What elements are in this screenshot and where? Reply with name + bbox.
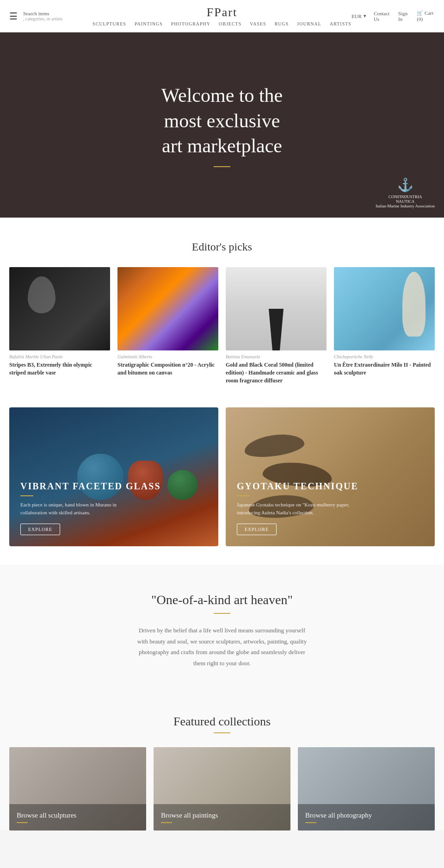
banner-glass-title: VIBRANT FACETED GLASS	[20, 481, 161, 492]
collections-title: Featured collections	[9, 715, 435, 729]
collection-photography-divider	[305, 822, 316, 823]
collection-photography-label: Browse all photography	[298, 804, 435, 831]
collection-sculptures-label: Browse all sculptures	[9, 804, 146, 831]
currency-selector[interactable]: EUR ▾	[352, 13, 366, 19]
quote-title: "One-of-a-kind art heaven"	[9, 593, 435, 607]
cart-button[interactable]: 🛒 Cart (0)	[417, 10, 435, 22]
header-center: FPart SCULPTURES PAINTINGS PHOTOGRAPHY O…	[92, 6, 352, 26]
nav-objects[interactable]: OBJECTS	[219, 21, 241, 26]
nav-paintings[interactable]: PAINTINGS	[135, 21, 163, 26]
currency-label: EUR	[352, 13, 362, 19]
banners-section: VIBRANT FACETED GLASS Each piece is uniq…	[0, 407, 444, 565]
product-artist-0: Bufalini Marble Ulian Paolo	[9, 354, 110, 359]
banner-glass[interactable]: VIBRANT FACETED GLASS Each piece is uniq…	[9, 407, 218, 546]
quote-section: "One-of-a-kind art heaven" Driven by the…	[0, 565, 444, 696]
hero-line1: Welcome to the	[161, 85, 283, 106]
header: ☰ Search items , categories, or artists …	[0, 0, 444, 32]
signin-link[interactable]: Sign In	[398, 11, 409, 22]
search-area[interactable]: Search items , categories, or artists	[23, 11, 62, 21]
contact-link[interactable]: Contact Us	[374, 11, 391, 22]
banner-fish-desc: Japanese Gyotaku technique on "Kozo mulb…	[237, 501, 357, 516]
product-card-0[interactable]: Bufalini Marble Ulian Paolo Stripes B3, …	[9, 267, 110, 384]
collection-paintings-divider	[161, 822, 172, 823]
editors-picks-section: Editor's picks Bufalini Marble Ulian Pao…	[0, 218, 444, 407]
product-card-3[interactable]: Chicheportiche Nelly Un Être Extraordina…	[334, 267, 435, 384]
products-grid: Bufalini Marble Ulian Paolo Stripes B3, …	[9, 267, 435, 384]
product-image-1	[117, 267, 218, 350]
hamburger-menu-icon[interactable]: ☰	[9, 11, 18, 22]
hero-text: Welcome to the most exclusive art market…	[161, 83, 283, 167]
site-logo[interactable]: FPart	[207, 6, 237, 19]
nav-journal[interactable]: JOURNAL	[297, 21, 321, 26]
product-title-0: Stripes B3, Extremely thin olympic strip…	[9, 361, 110, 377]
collections-section: Featured collections Browse all sculptur…	[0, 696, 444, 831]
nav-vases[interactable]: VASES	[250, 21, 266, 26]
product-artist-1: Gulminetti Alberto	[117, 354, 218, 359]
hero-line2: most exclusive	[164, 110, 280, 131]
currency-arrow-icon: ▾	[364, 13, 366, 19]
collections-divider	[214, 732, 230, 733]
badge-line3: Italian Marine Industry Association	[376, 204, 435, 208]
product-title-3: Un Être Extraordinaire Milo II - Painted…	[334, 361, 435, 377]
product-image-3	[334, 267, 435, 350]
hero-line3: art marketplace	[162, 135, 282, 156]
editors-picks-title: Editor's picks	[9, 241, 435, 253]
banner-glass-divider	[20, 495, 33, 496]
collection-paintings-label: Browse all paintings	[154, 804, 290, 831]
search-sublabel: , categories, or artists	[23, 16, 62, 21]
product-card-2[interactable]: Battista Emanuela Gold and Black Coral 5…	[226, 267, 327, 384]
banner-glass-content: VIBRANT FACETED GLASS Each piece is uniq…	[9, 470, 172, 546]
collection-paintings-text: Browse all paintings	[161, 812, 283, 819]
product-card-1[interactable]: Gulminetti Alberto Stratigraphic Composi…	[117, 267, 218, 384]
badge-line2: NAUTICA	[376, 199, 435, 204]
collection-sculptures-divider	[17, 822, 28, 823]
hero-section: Welcome to the most exclusive art market…	[0, 32, 444, 218]
banner-fish-explore-btn[interactable]: EXPLORE	[237, 524, 277, 535]
nav-sculptures[interactable]: SCULPTURES	[92, 21, 126, 26]
product-title-1: Stratigraphic Composition n°20 - Acrylic…	[117, 361, 218, 377]
nav-rugs[interactable]: RUGS	[275, 21, 289, 26]
hero-heading: Welcome to the most exclusive art market…	[161, 83, 283, 159]
nav-artists[interactable]: ARTISTS	[330, 21, 352, 26]
collection-sculptures[interactable]: Browse all sculptures	[9, 747, 146, 831]
hero-badge: ⚓ CONFINDUSTRIA NAUTICA Italian Marine I…	[376, 177, 435, 208]
hero-divider	[214, 166, 230, 167]
banner-glass-explore-btn[interactable]: EXPLORE	[20, 524, 60, 535]
product-title-2: Gold and Black Coral 500ml (limited edit…	[226, 361, 327, 384]
collection-photography-text: Browse all photography	[305, 812, 427, 819]
banner-glass-desc: Each piece is unique, hand blown in Mura…	[20, 501, 141, 516]
collection-paintings[interactable]: Browse all paintings	[154, 747, 290, 831]
banner-fish-divider	[237, 495, 250, 496]
collection-photography[interactable]: Browse all photography	[298, 747, 435, 831]
cart-icon: 🛒	[417, 10, 423, 16]
quote-divider	[214, 613, 230, 614]
banner-fish-title: GYOTAKU TECHNIQUE	[237, 481, 358, 492]
banner-fish[interactable]: GYOTAKU TECHNIQUE Japanese Gyotaku techn…	[226, 407, 435, 546]
header-right: EUR ▾ Contact Us Sign In 🛒 Cart (0)	[352, 10, 435, 22]
collections-grid: Browse all sculptures Browse all paintin…	[9, 747, 435, 831]
product-artist-3: Chicheportiche Nelly	[334, 354, 435, 359]
main-nav: SCULPTURES PAINTINGS PHOTOGRAPHY OBJECTS…	[92, 21, 352, 26]
search-label: Search items	[23, 11, 62, 16]
anchor-icon: ⚓	[376, 177, 435, 193]
product-image-2	[226, 267, 327, 350]
product-image-0	[9, 267, 110, 350]
quote-body: Driven by the belief that a life well li…	[134, 625, 310, 668]
header-left: ☰ Search items , categories, or artists	[9, 11, 92, 22]
product-artist-2: Battista Emanuela	[226, 354, 327, 359]
banner-fish-content: GYOTAKU TECHNIQUE Japanese Gyotaku techn…	[226, 470, 370, 546]
nav-photography[interactable]: PHOTOGRAPHY	[171, 21, 210, 26]
collection-sculptures-text: Browse all sculptures	[17, 812, 139, 819]
badge-line1: CONFINDUSTRIA	[376, 194, 435, 199]
